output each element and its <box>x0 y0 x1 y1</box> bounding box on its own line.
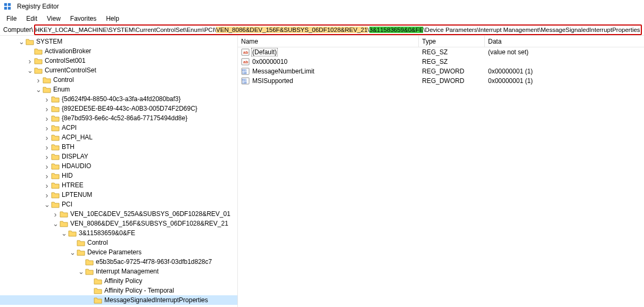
col-header-label: Type <box>422 38 436 45</box>
twisty-icon[interactable] <box>43 113 51 123</box>
window-title: Registry Editor <box>17 3 59 10</box>
tree-node-guid3[interactable]: {8e7bd593-6e6c-4c52-86a6-77175494dd8e} <box>0 113 237 123</box>
twisty-icon[interactable] <box>26 65 34 75</box>
tree-label: ACPI_HAL <box>62 134 93 141</box>
value-name: (Default) <box>252 48 277 56</box>
twisty-icon[interactable] <box>43 123 51 132</box>
tree-node-currentcontrolset[interactable]: CurrentControlSet <box>0 65 237 75</box>
string-value-icon: ab <box>241 57 250 66</box>
menu-help[interactable]: Help <box>102 14 123 23</box>
twisty-icon[interactable] <box>34 75 43 85</box>
tree-node-devguid[interactable]: e5b3b5ac-9725-4f78-963f-03dfb1d828c7 <box>0 257 237 267</box>
twisty-icon[interactable] <box>68 247 77 257</box>
twisty-icon[interactable] <box>43 180 51 190</box>
svg-rect-3 <box>8 7 11 10</box>
tree-node-control2[interactable]: Control <box>0 238 237 247</box>
values-pane[interactable]: Name Type Data ab(Default)REG_SZ(value n… <box>238 36 644 307</box>
tree-label: LPTENUM <box>62 191 92 198</box>
tree-node-affinity-policy-temporal[interactable]: Affinity Policy - Temporal <box>0 286 237 295</box>
twisty-icon[interactable] <box>43 142 51 152</box>
col-header-name[interactable]: Name <box>238 36 419 47</box>
tree-node-htree[interactable]: HTREE <box>0 180 237 190</box>
menu-view[interactable]: View <box>43 14 65 23</box>
folder-icon <box>51 114 60 122</box>
value-type: REG_DWORD <box>419 76 485 86</box>
tree-node-device-parameters[interactable]: Device Parameters <box>0 247 237 257</box>
twisty-icon[interactable] <box>43 190 51 200</box>
tree-node-interrupt-management[interactable]: Interrupt Management <box>0 267 237 276</box>
folder-icon <box>34 56 43 65</box>
twisty-icon[interactable] <box>43 171 51 180</box>
tree-node-affinity-policy[interactable]: Affinity Policy <box>0 276 237 286</box>
app-icon <box>3 2 12 11</box>
address-input[interactable]: HKEY_LOCAL_MACHINE\SYSTEM\CurrentControl… <box>34 24 642 35</box>
menu-edit[interactable]: Edit <box>22 14 42 23</box>
tree-node-acpi[interactable]: ACPI <box>0 123 237 132</box>
tree-node-lptenum[interactable]: LPTENUM <box>0 190 237 200</box>
tree-label: 3&11583659&0&FE <box>79 229 135 237</box>
tree-node-controlset001[interactable]: ControlSet001 <box>0 56 237 65</box>
tree-label: {8e7bd593-6e6c-4c52-86a6-77175494dd8e} <box>62 114 187 122</box>
tree-node-ven8086[interactable]: VEN_8086&DEV_156F&SUBSYS_06DF1028&REV_21 <box>0 219 237 228</box>
folder-icon <box>94 277 102 285</box>
tree-node-activationbroker[interactable]: ActivationBroker <box>0 46 237 56</box>
value-row[interactable]: ab(Default)REG_SZ(value not set) <box>238 47 644 57</box>
tree-node-system[interactable]: SYSTEM <box>0 37 237 46</box>
folder-icon <box>85 258 94 266</box>
string-value-icon: ab <box>241 48 250 56</box>
twisty-icon[interactable] <box>43 104 51 113</box>
col-header-data[interactable]: Data <box>485 36 644 47</box>
tree-node-hid[interactable]: HID <box>0 171 237 180</box>
tree-label: Control <box>53 76 74 84</box>
twisty-icon[interactable] <box>51 219 60 228</box>
twisty-icon[interactable] <box>34 85 43 94</box>
tree-pane[interactable]: SYSTEM ActivationBroker ControlSet001 Cu… <box>0 36 238 307</box>
twisty-icon[interactable] <box>26 56 34 65</box>
twisty-icon[interactable] <box>43 132 51 142</box>
value-type: REG_SZ <box>419 47 485 57</box>
values-list: ab(Default)REG_SZ(value not set)ab0x0000… <box>238 47 644 86</box>
col-header-type[interactable]: Type <box>419 36 485 47</box>
twisty-icon[interactable] <box>60 228 68 238</box>
tree-label: VEN_8086&DEV_156F&SUBSYS_06DF1028&REV_21 <box>70 220 228 227</box>
twisty-icon[interactable] <box>77 267 85 276</box>
tree-node-guid2[interactable]: {892EDE5E-BE49-443c-A0B3-005D74F2D69C} <box>0 104 237 113</box>
tree-node-ven10ec[interactable]: VEN_10EC&DEV_525A&SUBSYS_06DF1028&REV_01 <box>0 209 237 219</box>
twisty-icon[interactable] <box>43 94 51 104</box>
tree-node-enum[interactable]: Enum <box>0 85 237 94</box>
tree-label: HTREE <box>62 181 84 189</box>
value-name-cell: 011110MSISupported <box>238 76 419 86</box>
twisty-icon[interactable] <box>51 209 60 219</box>
value-data <box>485 57 644 67</box>
tree-node-acpi-hal[interactable]: ACPI_HAL <box>0 132 237 142</box>
menu-favorites[interactable]: Favorites <box>66 14 101 23</box>
tree-node-instance[interactable]: 3&11583659&0&FE <box>0 228 237 238</box>
folder-icon <box>51 181 60 189</box>
tree-node-guid1[interactable]: {5d624f94-8850-40c3-a3fa-a4fd2080baf3} <box>0 94 237 104</box>
tree-node-pci[interactable]: PCI <box>0 200 237 209</box>
value-name-cell: ab(Default) <box>238 47 419 57</box>
tree-node-bth[interactable]: BTH <box>0 142 237 152</box>
values-header: Name Type Data <box>238 36 644 47</box>
value-row[interactable]: 011110MessageNumberLimitREG_DWORD0x00000… <box>238 67 644 76</box>
value-type: REG_DWORD <box>419 67 485 76</box>
twisty-icon[interactable] <box>43 200 51 209</box>
tree-node-control[interactable]: Control <box>0 75 237 85</box>
twisty-icon[interactable] <box>43 152 51 161</box>
address-seg-root: HKEY_LOCAL_MACHINE\SYSTEM\CurrentControl… <box>35 27 216 33</box>
menu-file[interactable]: File <box>2 14 21 23</box>
twisty-icon[interactable] <box>43 161 51 171</box>
value-data: (value not set) <box>485 47 644 57</box>
value-row[interactable]: 011110MSISupportedREG_DWORD0x00000001 (1… <box>238 76 644 86</box>
folder-icon <box>77 248 85 256</box>
tree-node-display[interactable]: DISPLAY <box>0 152 237 161</box>
tree-label: e5b3b5ac-9725-4f78-963f-03dfb1d828c7 <box>96 258 212 265</box>
tree-node-msip[interactable]: MessageSignaledInterruptProperties <box>0 295 237 305</box>
tree-node-hdaudio[interactable]: HDAUDIO <box>0 161 237 171</box>
titlebar: Registry Editor <box>0 0 644 13</box>
tree-label: ACPI <box>62 124 77 131</box>
folder-icon <box>51 152 60 161</box>
folder-icon <box>60 210 68 218</box>
value-row[interactable]: ab0x00000010REG_SZ <box>238 57 644 67</box>
twisty-icon[interactable] <box>17 37 26 46</box>
